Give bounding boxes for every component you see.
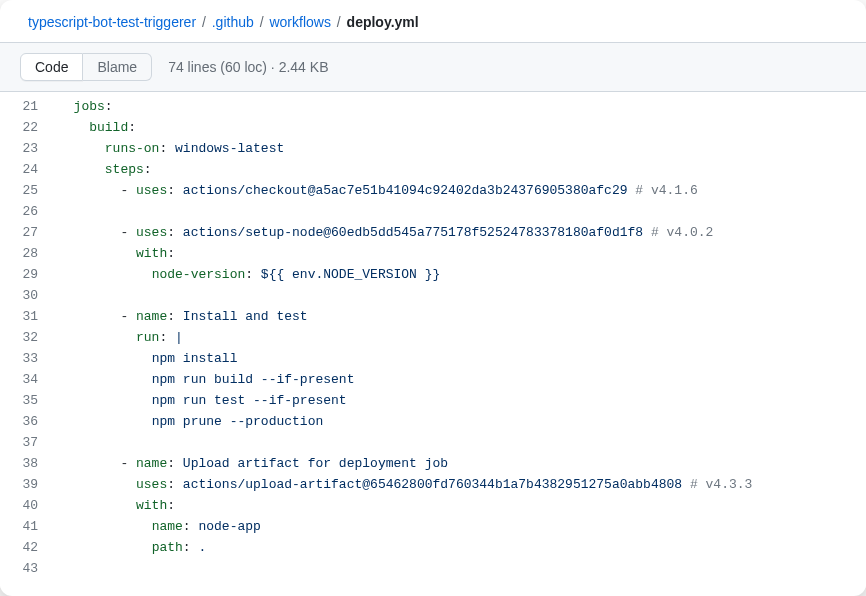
line-number[interactable]: 29 <box>10 264 38 285</box>
line-number-gutter: 2122232425262728293031323334353637383940… <box>0 92 58 588</box>
code-line: path: . <box>58 537 752 558</box>
code-area: 2122232425262728293031323334353637383940… <box>0 92 866 588</box>
line-number[interactable]: 22 <box>10 117 38 138</box>
line-number[interactable]: 39 <box>10 474 38 495</box>
code-line: npm run test --if-present <box>58 390 752 411</box>
code-line: run: | <box>58 327 752 348</box>
code-line <box>58 558 752 579</box>
line-number[interactable]: 40 <box>10 495 38 516</box>
breadcrumb-sep: / <box>202 14 206 30</box>
breadcrumb-repo[interactable]: typescript-bot-test-triggerer <box>28 14 196 30</box>
line-number[interactable]: 25 <box>10 180 38 201</box>
breadcrumb-part-0[interactable]: .github <box>212 14 254 30</box>
line-number[interactable]: 38 <box>10 453 38 474</box>
code-line: build: <box>58 117 752 138</box>
code-line <box>58 432 752 453</box>
code-line: steps: <box>58 159 752 180</box>
code-line: - uses: actions/setup-node@60edb5dd545a7… <box>58 222 752 243</box>
line-number[interactable]: 37 <box>10 432 38 453</box>
line-number[interactable]: 41 <box>10 516 38 537</box>
breadcrumb: typescript-bot-test-triggerer / .github … <box>0 0 866 43</box>
line-number[interactable]: 24 <box>10 159 38 180</box>
breadcrumb-sep: / <box>337 14 341 30</box>
code-line: uses: actions/upload-artifact@65462800fd… <box>58 474 752 495</box>
file-toolbar: Code Blame 74 lines (60 loc) · 2.44 KB <box>0 43 866 92</box>
code-content[interactable]: jobs: build: runs-on: windows-latest ste… <box>58 92 752 588</box>
line-number[interactable]: 23 <box>10 138 38 159</box>
code-line: npm run build --if-present <box>58 369 752 390</box>
tab-code[interactable]: Code <box>20 53 83 81</box>
code-line: npm prune --production <box>58 411 752 432</box>
code-line: node-version: ${{ env.NODE_VERSION }} <box>58 264 752 285</box>
tab-blame[interactable]: Blame <box>83 53 152 81</box>
code-line <box>58 201 752 222</box>
code-line: with: <box>58 495 752 516</box>
line-number[interactable]: 33 <box>10 348 38 369</box>
line-number[interactable]: 42 <box>10 537 38 558</box>
breadcrumb-sep: / <box>260 14 264 30</box>
line-number[interactable]: 21 <box>10 96 38 117</box>
line-number[interactable]: 31 <box>10 306 38 327</box>
line-number[interactable]: 32 <box>10 327 38 348</box>
code-line: - uses: actions/checkout@a5ac7e51b41094c… <box>58 180 752 201</box>
code-line <box>58 285 752 306</box>
line-number[interactable]: 27 <box>10 222 38 243</box>
code-line: with: <box>58 243 752 264</box>
view-toggle: Code Blame <box>20 53 152 81</box>
code-line: runs-on: windows-latest <box>58 138 752 159</box>
line-number[interactable]: 26 <box>10 201 38 222</box>
line-number[interactable]: 43 <box>10 558 38 579</box>
breadcrumb-current: deploy.yml <box>347 14 419 30</box>
code-line: jobs: <box>58 96 752 117</box>
line-number[interactable]: 36 <box>10 411 38 432</box>
line-number[interactable]: 28 <box>10 243 38 264</box>
code-line: npm install <box>58 348 752 369</box>
line-number[interactable]: 35 <box>10 390 38 411</box>
file-meta: 74 lines (60 loc) · 2.44 KB <box>168 59 328 75</box>
line-number[interactable]: 34 <box>10 369 38 390</box>
code-line: - name: Upload artifact for deployment j… <box>58 453 752 474</box>
line-number[interactable]: 30 <box>10 285 38 306</box>
code-line: name: node-app <box>58 516 752 537</box>
code-line: - name: Install and test <box>58 306 752 327</box>
breadcrumb-part-1[interactable]: workflows <box>269 14 330 30</box>
